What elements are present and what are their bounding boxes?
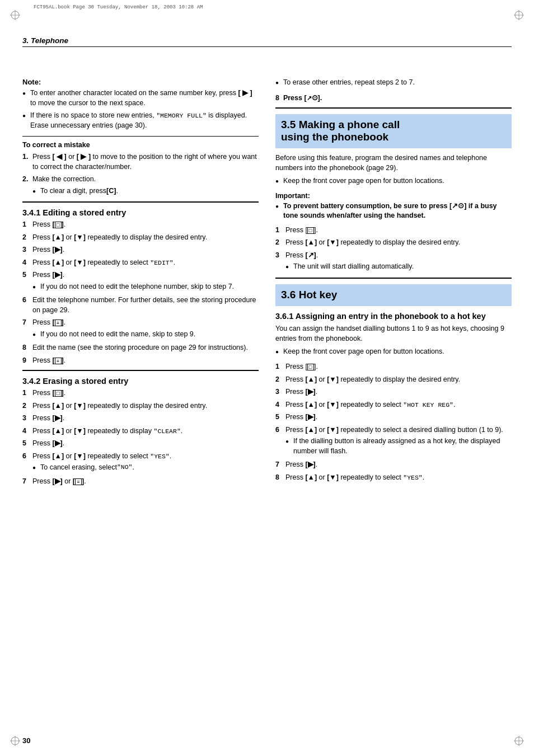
correct-mistake-label: To correct a mistake — [22, 141, 259, 149]
step-content: Press [▲] or [▼] repeatedly to select "H… — [285, 400, 512, 410]
step-341-8: 8 Edit the name (see the storing procedu… — [22, 343, 259, 353]
step-num: 5 — [22, 270, 32, 293]
step-35-3: 3 Press [↗]. The unit will start diallin… — [275, 251, 512, 273]
step-num: 5 — [275, 412, 285, 422]
section-36: 3.6 Hot key 3.6.1 Assigning an entry in … — [275, 284, 512, 483]
section-36-heading-block: 3.6 Hot key — [275, 284, 512, 306]
step-num: 7 — [22, 318, 32, 340]
note-label: Note: — [22, 78, 259, 86]
step-content: Press [☐]. — [32, 388, 259, 398]
step-content: Press [▲] or [▼] repeatedly to display "… — [32, 426, 259, 436]
step-342-3: 3 Press [▶]. — [22, 414, 259, 424]
bullet-342-6: To cancel erasing, select "NO". — [32, 463, 259, 473]
section-361-bullets: Keep the front cover page open for butto… — [275, 347, 512, 357]
bullet-361-6: If the dialling button is already assign… — [285, 436, 512, 456]
step-num: 3 — [22, 414, 32, 424]
bullet-341-7: If you do not need to edit the name, ski… — [32, 330, 259, 340]
file-stamp: FCT95AL.book Page 30 Tuesday, November 1… — [34, 4, 203, 10]
correct-mistake-steps: 1. Press [ ◀ ] or [ ▶ ] to move to the p… — [22, 152, 259, 197]
corner-mark-br — [514, 736, 524, 746]
important-label: Important: — [275, 192, 512, 200]
section-361-title: 3.6.1 Assigning an entry in the phoneboo… — [275, 312, 512, 321]
section-361: 3.6.1 Assigning an entry in the phoneboo… — [275, 312, 512, 483]
erase-note-list: To erase other entries, repeat steps 2 t… — [275, 78, 512, 88]
step-num: 2 — [275, 375, 285, 385]
step-341-5: 5 Press [▶]. If you do not need to edit … — [22, 270, 259, 293]
divider-right-1 — [275, 107, 512, 109]
step-content: Press [ ◀ ] or [ ▶ ] to move to the posi… — [32, 152, 259, 172]
section-361-bullet-1: Keep the front cover page open for butto… — [275, 347, 512, 357]
right-column: To erase other entries, repeat steps 2 t… — [275, 78, 512, 491]
step-content: Press [▶]. If you do not need to edit th… — [32, 270, 259, 293]
corner-mark-tr — [514, 10, 524, 20]
step-content: Press [▲] or [▼] repeatedly to select "E… — [32, 258, 259, 268]
section-341-title: 3.4.1 Editing a stored entry — [22, 208, 259, 217]
step-361-6: 6 Press [▲] or [▼] repeatedly to select … — [275, 425, 512, 458]
step-num: 8 — [22, 343, 32, 353]
step-341-6: 6 Edit the telephone number. For further… — [22, 295, 259, 315]
step-num: 1 — [22, 220, 32, 230]
step-num: 4 — [22, 426, 32, 436]
note-item-2: If there is no space to store new entrie… — [22, 111, 259, 130]
step-341-7: 7 Press [≡]. If you do not need to edit … — [22, 318, 259, 340]
step-content: Press [▲] or [▼] repeatedly to display t… — [285, 375, 512, 385]
step8-right: 8 Press [↗⊙]. — [275, 93, 512, 102]
step-342-5: 5 Press [▶]. — [22, 439, 259, 449]
section-342-steps: 1 Press [☐]. 2 Press [▲] or [▼] repeated… — [22, 388, 259, 486]
note-list: To enter another character located on th… — [22, 88, 259, 130]
correct-mistake-block: To correct a mistake 1. Press [ ◀ ] or [… — [22, 141, 259, 197]
step-num: 1 — [22, 388, 32, 398]
step-num: 6 — [275, 425, 285, 458]
section-35: 3.5 Making a phone callusing the phonebo… — [275, 114, 512, 273]
step-361-8: 8 Press [▲] or [▼] repeatedly to select … — [275, 473, 512, 483]
step-num: 3 — [275, 251, 285, 273]
step-num: 6 — [22, 295, 32, 315]
step-content: Press [☐]. — [285, 226, 512, 236]
note-item-1: To enter another character located on th… — [22, 88, 259, 108]
step-361-4: 4 Press [▲] or [▼] repeatedly to select … — [275, 400, 512, 410]
step-361-3: 3 Press [▶]. — [275, 387, 512, 397]
step-35-1: 1 Press [☐]. — [275, 226, 512, 236]
step-35-2: 2 Press [▲] or [▼] repeatedly to display… — [275, 238, 512, 248]
section-341: 3.4.1 Editing a stored entry 1 Press [☐]… — [22, 208, 259, 365]
step-num: 1. — [22, 152, 32, 172]
step-num: 2 — [22, 401, 32, 411]
page: FCT95AL.book Page 30 Tuesday, November 1… — [0, 0, 534, 756]
step-342-6: 6 Press [▲] or [▼] repeatedly to select … — [22, 452, 259, 474]
section-361-intro: You can assign the handset dialling butt… — [275, 323, 512, 344]
step-num: 8 — [275, 473, 285, 483]
section-title: 3. Telephone — [22, 36, 512, 47]
step-342-1: 1 Press [☐]. — [22, 388, 259, 398]
step-content: Press [▶]. — [285, 460, 512, 470]
section-342: 3.4.2 Erasing a stored entry 1 Press [☐]… — [22, 377, 259, 486]
step-correct-2: 2. Make the correction. To clear a digit… — [22, 175, 259, 197]
step-num: 4 — [22, 258, 32, 268]
step-361-7: 7 Press [▶]. — [275, 460, 512, 470]
erase-note-item: To erase other entries, repeat steps 2 t… — [275, 78, 512, 88]
corner-mark-bl — [10, 736, 20, 746]
step-342-4: 4 Press [▲] or [▼] repeatedly to display… — [22, 426, 259, 436]
step-content: Press [▶]. — [32, 245, 259, 255]
left-column: Note: To enter another character located… — [22, 78, 259, 491]
step-content: Press [▶]. — [285, 387, 512, 397]
divider-3 — [22, 370, 259, 371]
step-num: 2. — [22, 175, 32, 197]
step-num: 1 — [275, 362, 285, 372]
section-342-title: 3.4.2 Erasing a stored entry — [22, 377, 259, 386]
step-num: 4 — [275, 400, 285, 410]
divider-2 — [22, 201, 259, 203]
step-342-7: 7 Press [▶] or [≡]. — [22, 477, 259, 487]
step-num: 6 — [22, 452, 32, 474]
section-35-steps: 1 Press [☐]. 2 Press [▲] or [▼] repeated… — [275, 226, 512, 273]
step-341-9: 9 Press [≡]. — [22, 356, 259, 366]
step-content: Press [↗]. The unit will start dialling … — [285, 251, 512, 273]
step-content: Press [▲] or [▼] repeatedly to display t… — [32, 233, 259, 243]
step-num: 7 — [22, 477, 32, 487]
step-num: 1 — [275, 226, 285, 236]
step-content: Press [▲] or [▼] repeatedly to display t… — [285, 238, 512, 248]
step-content: Press [▶] or [≡]. — [32, 477, 259, 487]
step-341-1: 1 Press [☐]. — [22, 220, 259, 230]
step-content: Press [≡]. — [32, 356, 259, 366]
bullet-341-5: If you do not need to edit the telephone… — [32, 282, 259, 292]
step-content: Press [▶]. — [32, 439, 259, 449]
